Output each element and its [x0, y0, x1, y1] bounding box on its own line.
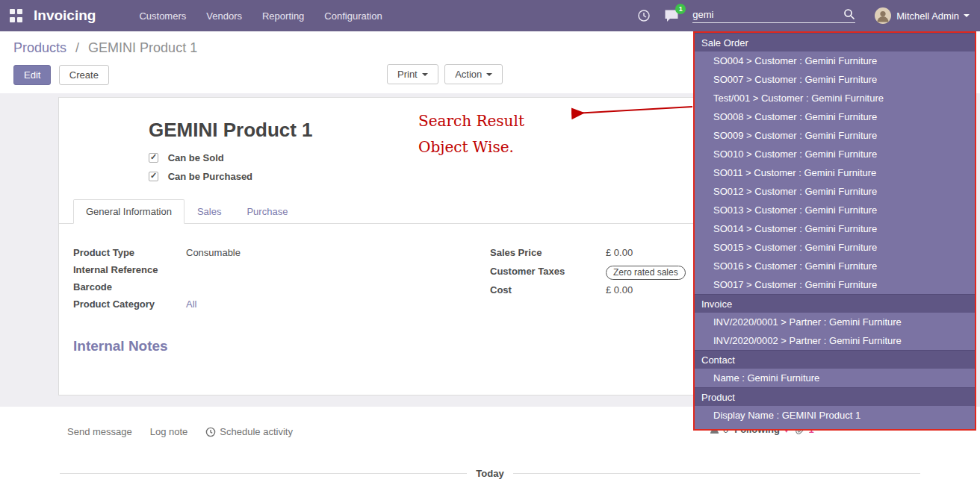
tab-purchase[interactable]: Purchase	[234, 199, 300, 224]
apps-menu-icon[interactable]	[10, 9, 23, 22]
action-buttons: Print Action	[387, 64, 506, 84]
app-name[interactable]: Invoicing	[34, 7, 96, 24]
form-buttons: Edit Create	[13, 65, 114, 85]
messages-icon[interactable]: 1	[664, 9, 679, 22]
field-label: Product Type	[73, 247, 186, 258]
breadcrumb-separator: /	[75, 40, 79, 55]
annotation-text: Search Result Object Wise.	[418, 108, 524, 160]
search-result-item[interactable]: SO017 > Customer : Gemini Furniture	[695, 275, 975, 294]
clock-icon	[205, 427, 216, 437]
search-dropdown: Sale OrderSO004 > Customer : Gemini Furn…	[693, 31, 976, 431]
search-result-item[interactable]: INV/2020/0001 > Partner : Gemini Furnitu…	[695, 313, 975, 331]
search-group-header: Invoice	[695, 294, 975, 313]
chatter-actions: Send message Log note Schedule activity	[67, 426, 311, 437]
activities-clock-icon[interactable]	[637, 9, 651, 22]
chevron-down-icon	[486, 73, 492, 76]
tax-tag[interactable]: Zero rated sales	[606, 266, 686, 280]
search-result-item[interactable]: SO009 > Customer : Gemini Furniture	[695, 126, 975, 145]
field-product-type: Product Type Consumable	[73, 247, 447, 261]
search-result-item[interactable]: SO008 > Customer : Gemini Furniture	[695, 107, 975, 126]
search-result-item[interactable]: SO016 > Customer : Gemini Furniture	[695, 257, 975, 275]
field-label: Customer Taxes	[490, 266, 606, 277]
can-be-sold-row: Can be Sold	[149, 152, 224, 163]
product-title: GEMINI Product 1	[149, 119, 313, 142]
action-label: Action	[455, 69, 482, 80]
search-result-item[interactable]: SO015 > Customer : Gemini Furniture	[695, 238, 975, 257]
action-menu-button[interactable]: Action	[444, 64, 503, 84]
search-result-item[interactable]: SO004 > Customer : Gemini Furniture	[695, 51, 975, 70]
breadcrumb-current: GEMINI Product 1	[88, 40, 197, 55]
can-be-purchased-row: Can be Purchased	[149, 171, 252, 182]
search-result-item[interactable]: Name : Gemini Furniture	[695, 369, 975, 387]
menu-reporting[interactable]: Reporting	[261, 7, 306, 25]
field-label: Internal Reference	[73, 264, 186, 275]
send-message-button[interactable]: Send message	[67, 426, 132, 437]
schedule-activity-label: Schedule activity	[220, 426, 293, 437]
search-icon[interactable]	[843, 8, 855, 20]
field-value[interactable]: £ 0.00	[606, 247, 633, 258]
annotation-arrow	[564, 99, 698, 122]
menu-vendors[interactable]: Vendors	[205, 7, 244, 25]
print-label: Print	[397, 69, 418, 80]
search-result-item[interactable]: Test/001 > Customer : Gemini Furniture	[695, 89, 975, 107]
can-be-sold-checkbox[interactable]	[149, 153, 158, 163]
field-barcode: Barcode	[73, 281, 447, 295]
avatar	[875, 7, 891, 24]
chevron-down-icon	[422, 73, 428, 76]
field-label: Cost	[490, 284, 606, 295]
print-menu-button[interactable]: Print	[387, 64, 438, 84]
search-result-item[interactable]: SO011 > Customer : Gemini Furniture	[695, 163, 975, 182]
tab-general-information[interactable]: General Information	[73, 199, 184, 224]
can-be-sold-label: Can be Sold	[168, 152, 224, 163]
field-value[interactable]: Consumable	[186, 247, 241, 258]
log-note-button[interactable]: Log note	[150, 426, 188, 437]
user-name: Mitchell Admin	[896, 10, 959, 22]
edit-button[interactable]: Edit	[13, 65, 51, 85]
search-result-item[interactable]: SO014 > Customer : Gemini Furniture	[695, 219, 975, 238]
today-divider: Today	[60, 466, 920, 480]
navbar-menus: Customers Vendors Reporting Configuratio…	[137, 7, 400, 25]
field-column-left: Product Type Consumable Internal Referen…	[73, 247, 447, 316]
user-menu[interactable]: Mitchell Admin	[875, 7, 970, 24]
field-label: Product Category	[73, 298, 186, 310]
search-group-header: Sale Order	[695, 33, 975, 51]
annotation-line-1: Search Result	[418, 108, 524, 134]
search-group-header: Product	[695, 387, 975, 406]
schedule-activity-button[interactable]: Schedule activity	[205, 426, 293, 437]
search-result-item[interactable]: SO013 > Customer : Gemini Furniture	[695, 201, 975, 219]
internal-notes-heading: Internal Notes	[73, 338, 168, 354]
annotation-line-2: Object Wise.	[418, 134, 524, 160]
search-input[interactable]	[692, 9, 843, 20]
today-label: Today	[467, 468, 512, 479]
can-be-purchased-label: Can be Purchased	[168, 171, 252, 182]
navbar-right: 1 Mitchell Admin	[637, 7, 980, 24]
navbar-search	[692, 8, 855, 23]
search-result-item[interactable]: SO010 > Customer : Gemini Furniture	[695, 145, 975, 163]
menu-customers[interactable]: Customers	[137, 7, 187, 25]
field-value[interactable]: £ 0.00	[606, 284, 633, 295]
field-value-link[interactable]: All	[186, 298, 196, 310]
top-navbar: Invoicing Customers Vendors Reporting Co…	[0, 0, 980, 31]
field-label: Barcode	[73, 281, 186, 293]
search-result-item[interactable]: INV/2020/0002 > Partner : Gemini Furnitu…	[695, 331, 975, 350]
chevron-down-icon	[964, 14, 970, 17]
can-be-purchased-checkbox[interactable]	[149, 172, 158, 181]
messages-badge: 1	[675, 4, 686, 14]
breadcrumb-products-link[interactable]: Products	[13, 40, 66, 55]
create-button[interactable]: Create	[59, 65, 109, 85]
field-product-category: Product Category All	[73, 298, 447, 313]
search-result-item[interactable]: SO012 > Customer : Gemini Furniture	[695, 182, 975, 201]
search-group-header: Contact	[695, 350, 975, 369]
search-result-item[interactable]: Display Name : GEMINI Product 1	[695, 406, 975, 425]
field-label: Sales Price	[490, 247, 606, 258]
breadcrumb: Products / GEMINI Product 1	[13, 40, 197, 56]
menu-configuration[interactable]: Configuration	[323, 7, 383, 25]
field-internal-reference: Internal Reference	[73, 264, 447, 278]
search-result-item[interactable]: SO007 > Customer : Gemini Furniture	[695, 70, 975, 89]
tab-sales[interactable]: Sales	[184, 199, 235, 224]
